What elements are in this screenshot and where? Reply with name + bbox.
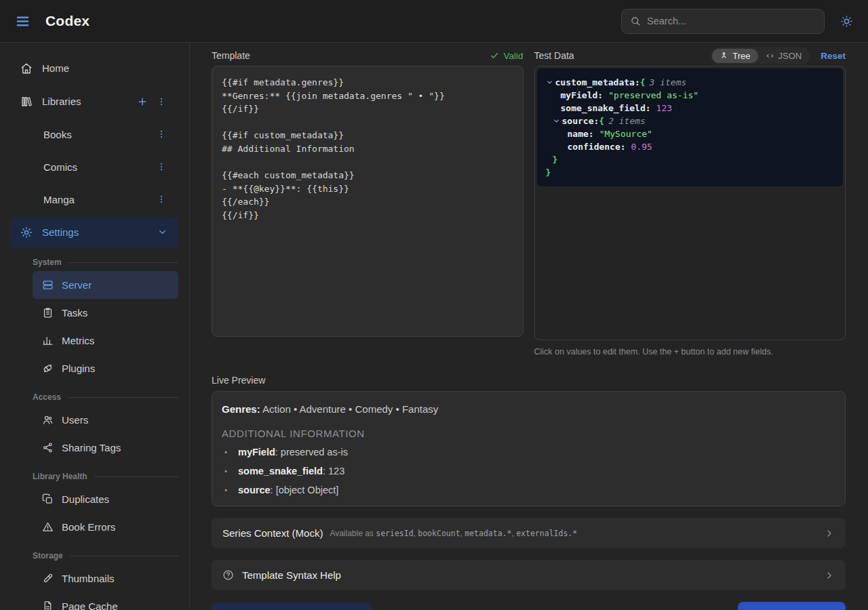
sidebar-item-settings[interactable]: Settings — [11, 217, 178, 247]
tree-key[interactable]: custom_metadata — [555, 77, 640, 87]
view-toggle-label: Tree — [732, 51, 750, 61]
add-library-icon[interactable] — [137, 96, 148, 107]
sidebar-item-sharing-tags[interactable]: Sharing Tags — [33, 434, 178, 462]
view-toggle-tree[interactable]: Tree — [712, 49, 757, 63]
collapse-chevron-icon[interactable] — [546, 79, 555, 86]
preview-item-value: [object Object] — [276, 485, 339, 495]
test-data-header: Test Data Tree JSON Reset — [534, 48, 846, 63]
tree-row: custom_metadata{3 items — [546, 76, 835, 89]
sidebar-item-page-cache[interactable]: Page Cache — [33, 592, 178, 610]
sidebar-item-label: Thumbnails — [62, 573, 115, 584]
subtitle-text: Available as — [330, 529, 376, 538]
check-icon — [490, 51, 499, 60]
tree-row: confidence0.95 — [546, 140, 835, 153]
sidebar-item-label: Duplicates — [62, 493, 109, 505]
sidebar-item-home[interactable]: Home — [0, 52, 189, 85]
live-preview-title: Live Preview — [212, 374, 846, 386]
tree-key[interactable]: myField — [561, 90, 604, 100]
top-bar: Codex — [0, 0, 868, 43]
search-input[interactable] — [647, 16, 816, 26]
section-title: Access — [33, 392, 61, 402]
sidebar-item-metrics[interactable]: Metrics — [33, 327, 178, 354]
chevron-right-icon — [824, 570, 835, 581]
tree-row: myField"preserved as-is" — [546, 89, 835, 102]
editor-grid: Template Valid {{#if metadata.genres}} *… — [212, 48, 846, 357]
sidebar-item-manga[interactable]: Manga — [0, 183, 189, 216]
manga-kebab-icon[interactable] — [157, 195, 166, 204]
clipboard-icon — [42, 307, 54, 319]
preview-genres-line: Genres: Action • Adventure • Comedy • Fa… — [222, 403, 835, 415]
sidebar-item-book-errors[interactable]: Book Errors — [33, 513, 178, 541]
tree-value[interactable]: 123 — [656, 103, 672, 113]
sidebar-item-label: Comics — [43, 161, 77, 173]
chevron-down-icon — [157, 227, 167, 237]
sidebar-section-library-health: Library Health — [0, 470, 189, 483]
comics-kebab-icon[interactable] — [157, 162, 166, 171]
tree-value[interactable]: "preserved as-is" — [608, 90, 698, 100]
tree-brace: { — [599, 116, 604, 126]
sidebar-item-server[interactable]: Server — [33, 271, 178, 299]
validation-status: Valid — [490, 51, 523, 61]
tree-key[interactable]: confidence — [568, 142, 626, 152]
libraries-kebab-icon[interactable] — [157, 97, 166, 106]
test-data-hint: Click on values to edit them. Use the + … — [534, 347, 846, 357]
tree-brace: } — [546, 167, 551, 178]
tree-row: some_snake_field123 — [546, 102, 835, 115]
template-header: Template Valid — [212, 48, 524, 63]
test-data-title: Test Data — [534, 50, 574, 61]
preview-heading: ADDITIONAL INFORMATION — [222, 428, 835, 439]
sidebar-item-label: Metrics — [62, 335, 94, 346]
search-icon — [630, 16, 641, 26]
tree-key[interactable]: name — [568, 129, 594, 139]
sidebar-item-comics[interactable]: Comics — [0, 150, 189, 183]
tree-value[interactable]: 0.95 — [631, 142, 652, 152]
tree-key[interactable]: source — [562, 116, 599, 126]
sidebar-section-storage: Storage — [0, 550, 189, 562]
template-panel: Template Valid {{#if metadata.genres}} *… — [212, 48, 524, 357]
copy-icon — [42, 493, 54, 505]
sidebar-item-tasks[interactable]: Tasks — [33, 299, 178, 327]
live-preview-box: Genres: Action • Adventure • Comedy • Fa… — [212, 391, 846, 506]
sidebar-item-thumbnails[interactable]: Thumbnails — [33, 565, 178, 592]
tree-key[interactable]: some_snake_field — [561, 103, 651, 113]
view-toggle-json[interactable]: JSON — [758, 49, 810, 63]
code-icon — [766, 52, 774, 60]
preview-item-key: some_snake_field — [238, 466, 328, 476]
syntax-help-accordion[interactable]: Template Syntax Help — [212, 560, 846, 590]
sidebar-item-duplicates[interactable]: Duplicates — [33, 485, 178, 513]
save-template-button[interactable]: Save Template — [738, 602, 846, 610]
theme-toggle-sun-icon[interactable] — [840, 15, 853, 28]
sidebar-item-label: Page Cache — [62, 601, 118, 610]
menu-icon[interactable] — [15, 14, 31, 29]
tree-item-count: 3 items — [650, 77, 687, 87]
sidebar-item-label: Settings — [42, 226, 79, 238]
subtitle-token: metadata.* — [465, 529, 511, 538]
tree-brace: { — [640, 77, 646, 87]
users-icon — [42, 414, 54, 426]
template-code-editor[interactable]: {{#if metadata.genres}} **Genres:** {{jo… — [212, 66, 524, 337]
section-title: Library Health — [33, 472, 87, 481]
choose-example-template-button[interactable]: Choose Example Template — [212, 603, 372, 610]
collapse-chevron-icon[interactable] — [553, 117, 562, 125]
divider — [68, 262, 178, 263]
books-kebab-icon[interactable] — [157, 129, 166, 139]
search-box[interactable] — [621, 9, 825, 34]
gear-icon — [20, 226, 33, 239]
reset-button[interactable]: Reset — [821, 51, 846, 61]
syntax-help-title: Template Syntax Help — [242, 569, 341, 581]
sidebar-item-libraries[interactable]: Libraries — [0, 85, 189, 118]
sidebar-item-users[interactable]: Users — [33, 406, 178, 434]
tree-value[interactable]: "MySource" — [599, 129, 652, 139]
subtitle-token: externalIds.* — [516, 529, 577, 538]
divider — [70, 556, 178, 556]
series-context-accordion[interactable]: Series Context (Mock) Available as serie… — [212, 518, 846, 548]
sidebar-item-label: Book Errors — [62, 521, 115, 533]
sidebar-item-books[interactable]: Books — [0, 118, 189, 150]
sidebar-item-plugins[interactable]: Plugins — [33, 354, 178, 382]
main-content: Template Valid {{#if metadata.genres}} *… — [190, 43, 868, 610]
tree-brace: } — [553, 155, 558, 165]
sidebar-item-label: Books — [43, 129, 72, 140]
bar-chart-icon — [42, 335, 54, 346]
preview-item-key: source — [238, 485, 276, 495]
sidebar-item-label: Libraries — [42, 96, 81, 107]
